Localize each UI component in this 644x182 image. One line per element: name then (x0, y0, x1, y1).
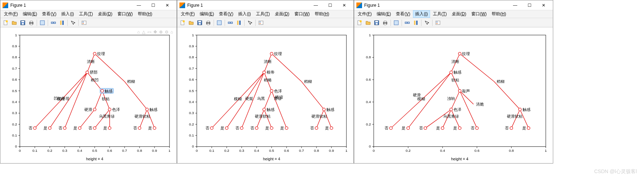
menu-item[interactable]: 桌面(D) (273, 10, 292, 18)
tree-node[interactable] (476, 127, 478, 129)
arrow-icon[interactable] (423, 19, 431, 27)
new-file-icon[interactable] (2, 19, 10, 27)
tree-node[interactable] (153, 127, 156, 129)
legend-icon[interactable] (257, 19, 265, 27)
menu-item[interactable]: 插入(I) (236, 10, 253, 18)
menu-item[interactable]: 窗口(W) (115, 10, 135, 18)
tree-node[interactable] (519, 108, 522, 111)
menu-item[interactable]: 工具(T) (77, 10, 95, 18)
tree-node[interactable] (93, 52, 96, 55)
new-file-icon[interactable] (356, 19, 363, 27)
colorbar-icon[interactable] (412, 19, 420, 27)
menu-item[interactable]: 帮助(H) (313, 10, 331, 18)
maximize-button[interactable]: ☐ (522, 0, 536, 10)
menu-item[interactable]: 文件(F) (179, 10, 197, 18)
tree-node[interactable] (407, 127, 409, 129)
arrow-icon[interactable] (69, 19, 77, 27)
tree-node[interactable] (93, 127, 96, 129)
link-icon[interactable] (403, 19, 411, 27)
menu-item[interactable]: 文件(F) (2, 10, 20, 18)
tree-node[interactable] (323, 108, 325, 111)
zoomout-icon[interactable]: ⊖ (165, 30, 168, 34)
tree-node[interactable] (146, 108, 148, 111)
tree-node[interactable] (389, 127, 392, 129)
tree-node[interactable] (101, 90, 104, 92)
link-icon[interactable] (49, 19, 57, 27)
open-folder-icon[interactable] (10, 19, 18, 27)
tree-node[interactable] (255, 127, 258, 129)
tree-node[interactable] (240, 127, 243, 129)
menu-item[interactable]: 帮助(H) (136, 10, 155, 18)
menu-item[interactable]: 窗口(W) (469, 10, 489, 18)
menu-item[interactable]: 桌面(D) (96, 10, 115, 18)
menu-item[interactable]: 查看(V) (394, 10, 412, 18)
minimize-button[interactable]: — (508, 0, 522, 10)
minimize-button[interactable]: — (132, 0, 146, 10)
menu-item[interactable]: 文件(F) (356, 10, 374, 18)
tree-node[interactable] (225, 127, 228, 129)
menu-item[interactable]: 桌面(D) (450, 10, 468, 18)
tree-node[interactable] (108, 127, 111, 129)
menu-item[interactable]: 插入(I) (413, 10, 430, 18)
print-icon[interactable] (27, 19, 35, 27)
home-icon[interactable]: ⌂ (171, 30, 173, 34)
print-icon[interactable] (204, 19, 212, 27)
tree-node[interactable] (441, 127, 444, 129)
print-icon[interactable] (381, 19, 389, 27)
tree-node[interactable] (48, 127, 51, 129)
tree-node[interactable] (78, 127, 81, 129)
export-icon[interactable]: △ (142, 30, 145, 34)
tree-node[interactable] (210, 127, 213, 129)
tree-node[interactable] (330, 127, 333, 129)
tree-node[interactable] (458, 52, 461, 55)
tree-node[interactable] (450, 108, 452, 111)
menu-item[interactable]: 窗口(W) (292, 10, 312, 18)
tree-node[interactable] (86, 71, 89, 74)
pan-icon[interactable]: ✥ (153, 30, 157, 34)
tree-node[interactable] (33, 127, 36, 129)
tree-node[interactable] (527, 127, 530, 129)
data-cursor-icon[interactable] (392, 19, 400, 27)
save-icon[interactable] (19, 19, 27, 27)
menu-item[interactable]: 编辑(E) (375, 10, 393, 18)
tree-node[interactable] (93, 108, 96, 111)
tree-node[interactable] (270, 52, 273, 55)
tree-node[interactable] (108, 108, 111, 111)
data-cursor-icon[interactable] (38, 19, 46, 27)
menu-item[interactable]: 编辑(E) (21, 10, 39, 18)
datatip-icon[interactable]: ▭ (147, 30, 151, 34)
menu-item[interactable]: 查看(V) (40, 10, 58, 18)
menu-item[interactable]: 帮助(H) (489, 10, 508, 18)
minimize-button[interactable]: — (309, 0, 323, 10)
tree-node[interactable] (270, 127, 273, 129)
legend-icon[interactable] (80, 19, 88, 27)
zoomin-icon[interactable]: ⊕ (159, 30, 163, 34)
menu-item[interactable]: 工具(T) (254, 10, 272, 18)
tree-node[interactable] (450, 71, 452, 74)
tree-node[interactable] (263, 108, 266, 111)
tree-node[interactable] (263, 71, 266, 74)
arrow-icon[interactable] (246, 19, 254, 27)
maximize-button[interactable]: ☐ (323, 0, 337, 10)
close-button[interactable]: ✕ (337, 0, 351, 10)
tree-node[interactable] (138, 127, 141, 129)
tree-node[interactable] (458, 127, 461, 129)
open-folder-icon[interactable] (187, 19, 195, 27)
brush-icon[interactable]: ⌂ (137, 30, 140, 34)
tree-node[interactable] (270, 90, 273, 92)
menu-item[interactable]: 插入(I) (59, 10, 76, 18)
new-file-icon[interactable] (179, 19, 187, 27)
save-icon[interactable] (373, 19, 381, 27)
menu-item[interactable]: 查看(V) (217, 10, 235, 18)
menu-item[interactable]: 工具(T) (431, 10, 449, 18)
tree-node[interactable] (63, 127, 66, 129)
tree-node[interactable] (315, 127, 318, 129)
legend-icon[interactable] (434, 19, 442, 27)
colorbar-icon[interactable] (58, 19, 66, 27)
save-icon[interactable] (196, 19, 204, 27)
close-button[interactable]: ✕ (536, 0, 551, 10)
link-icon[interactable] (226, 19, 234, 27)
data-cursor-icon[interactable] (215, 19, 223, 27)
tree-node[interactable] (424, 127, 427, 129)
tree-node[interactable] (458, 90, 461, 92)
